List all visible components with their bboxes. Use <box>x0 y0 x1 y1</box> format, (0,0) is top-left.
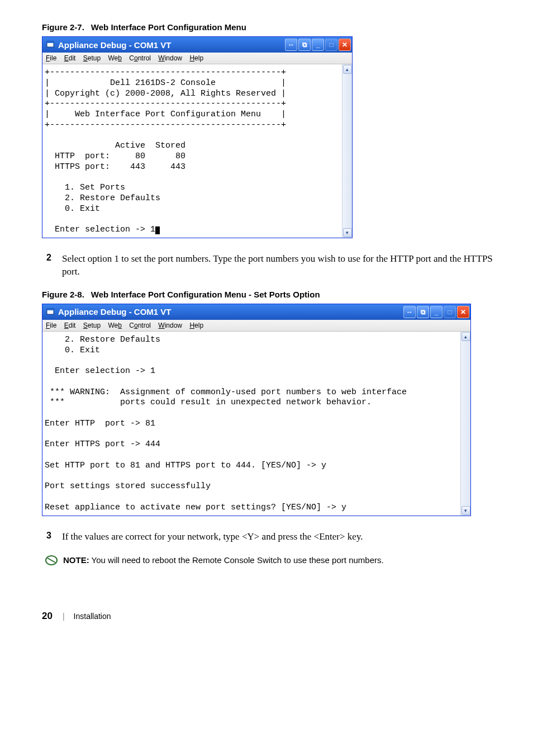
scrollbar[interactable]: ▴ ▾ <box>342 64 352 238</box>
step-2: 2 Select option 1 to set the port number… <box>46 253 499 278</box>
menu-file[interactable]: File <box>46 54 56 62</box>
figure-title: Web Interface Port Configuration Menu - … <box>91 290 320 299</box>
step-number: 3 <box>46 531 62 544</box>
section-name: Installation <box>74 612 111 621</box>
menu-help[interactable]: Help <box>189 322 203 329</box>
window-title: Appliance Debug - COM1 VT <box>58 40 285 50</box>
menu-window[interactable]: Window <box>158 54 182 62</box>
menubar: File Edit Setup Web Control Window Help <box>42 320 470 332</box>
terminal-area: 2. Restore Defaults 0. Exit Enter select… <box>42 332 470 516</box>
maximize-button[interactable]: □ <box>444 306 456 318</box>
step-number: 2 <box>46 253 62 278</box>
note-text: NOTE: You will need to reboot the Remote… <box>63 555 384 566</box>
note-icon <box>44 555 59 566</box>
svg-rect-3 <box>47 309 54 310</box>
menu-window[interactable]: Window <box>158 322 182 329</box>
scroll-down-icon[interactable]: ▾ <box>343 228 352 237</box>
figure-number: Figure 2-8. <box>42 290 84 299</box>
figure-caption-1: Figure 2-7.Web Interface Port Configurat… <box>42 22 499 32</box>
menu-web[interactable]: Web <box>108 322 121 329</box>
cursor-icon <box>155 226 160 234</box>
window-1: Appliance Debug - COM1 VT ↔ ⧉ _ □ ✕ File… <box>42 36 353 238</box>
titlebar[interactable]: Appliance Debug - COM1 VT ↔ ⧉ _ □ ✕ <box>42 37 352 53</box>
menu-setup[interactable]: Setup <box>83 54 101 62</box>
app-icon <box>46 40 55 49</box>
window-2: Appliance Debug - COM1 VT ↔ ⧉ _ □ ✕ File… <box>42 304 471 516</box>
scroll-down-icon[interactable]: ▾ <box>461 506 470 515</box>
menu-file[interactable]: File <box>46 322 56 329</box>
step-text: If the values are correct for your netwo… <box>62 531 363 544</box>
window-buttons: ↔ ⧉ _ □ ✕ <box>285 39 351 51</box>
page-footer: 20 | Installation <box>42 611 499 622</box>
terminal-output-2: 2. Restore Defaults 0. Exit Enter select… <box>42 332 460 516</box>
terminal-area: +---------------------------------------… <box>42 64 352 238</box>
window-title: Appliance Debug - COM1 VT <box>58 307 403 316</box>
scroll-up-icon[interactable]: ▴ <box>461 332 470 341</box>
maximize-button[interactable]: □ <box>325 39 337 51</box>
extra-button-1[interactable]: ↔ <box>403 306 416 318</box>
menu-web[interactable]: Web <box>108 54 121 62</box>
note-block: NOTE: You will need to reboot the Remote… <box>44 555 499 566</box>
menubar: File Edit Setup Web Control Window Help <box>42 53 352 64</box>
note-body: You will need to reboot the Remote Conso… <box>92 555 384 565</box>
scroll-up-icon[interactable]: ▴ <box>343 65 352 74</box>
step-3: 3 If the values are correct for your net… <box>46 531 499 544</box>
terminal-text: +---------------------------------------… <box>45 68 286 234</box>
menu-help[interactable]: Help <box>189 54 203 62</box>
window-buttons: ↔ ⧉ _ □ ✕ <box>403 306 469 318</box>
menu-edit[interactable]: Edit <box>64 54 76 62</box>
menu-control[interactable]: Control <box>129 54 151 62</box>
minimize-button[interactable]: _ <box>430 306 442 318</box>
minimize-button[interactable]: _ <box>312 39 324 51</box>
close-button[interactable]: ✕ <box>339 39 351 51</box>
footer-separator: | <box>63 612 65 621</box>
extra-button-1[interactable]: ↔ <box>285 39 297 51</box>
figure-number: Figure 2-7. <box>42 22 84 32</box>
figure-caption-2: Figure 2-8.Web Interface Port Configurat… <box>42 290 499 299</box>
scrollbar[interactable]: ▴ ▾ <box>460 332 470 516</box>
extra-button-2[interactable]: ⧉ <box>417 306 429 318</box>
menu-setup[interactable]: Setup <box>83 322 101 329</box>
note-label: NOTE: <box>63 555 89 565</box>
app-icon <box>46 308 55 316</box>
menu-edit[interactable]: Edit <box>64 322 76 329</box>
menu-control[interactable]: Control <box>129 322 151 329</box>
svg-rect-1 <box>47 41 54 43</box>
extra-button-2[interactable]: ⧉ <box>298 39 311 51</box>
step-text: Select option 1 to set the port numbers.… <box>62 253 499 278</box>
page-number: 20 <box>42 611 53 622</box>
figure-title: Web Interface Port Configuration Menu <box>91 22 246 32</box>
titlebar[interactable]: Appliance Debug - COM1 VT ↔ ⧉ _ □ ✕ <box>42 304 470 320</box>
close-button[interactable]: ✕ <box>457 306 469 318</box>
terminal-output-1: +---------------------------------------… <box>42 64 342 238</box>
